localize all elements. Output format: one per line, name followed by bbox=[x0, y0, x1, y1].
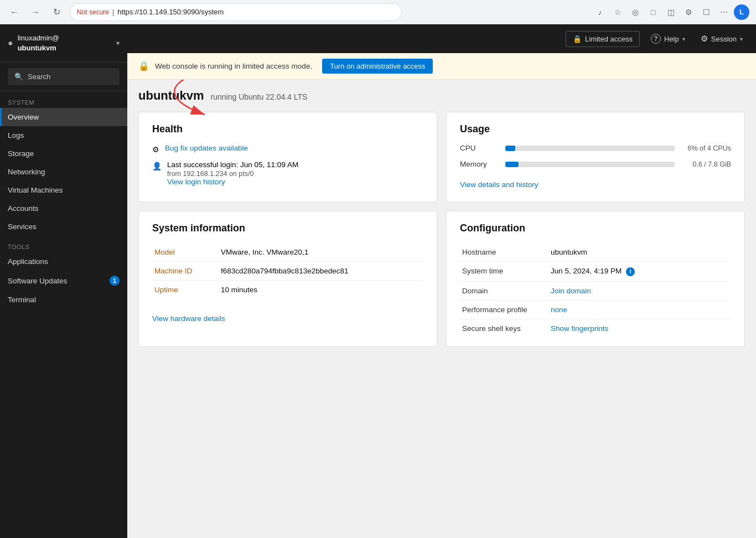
performance-profile-link[interactable]: none bbox=[551, 306, 567, 314]
favorites-button[interactable]: ☆ bbox=[610, 4, 625, 20]
sidebar-tools-section: Tools Applications Software Updates 1 Te… bbox=[0, 236, 127, 309]
more-tools-button[interactable]: ⋯ bbox=[716, 4, 732, 20]
memory-value: 0.6 / 7.8 GiB bbox=[681, 161, 731, 168]
sidebar-item-storage-label: Storage bbox=[8, 149, 34, 158]
table-row: Hostname ubuntukvm bbox=[460, 243, 731, 262]
screenshots-button[interactable]: ☐ bbox=[698, 4, 714, 20]
session-dropdown-icon: ▾ bbox=[740, 36, 743, 42]
table-row: System time Jun 5, 2024, 4:19 PM i bbox=[460, 262, 731, 282]
back-button[interactable]: ← bbox=[7, 4, 22, 20]
memory-label: Memory bbox=[460, 160, 499, 168]
sidebar-item-storage[interactable]: Storage bbox=[0, 144, 127, 163]
join-domain-link[interactable]: Join domain bbox=[551, 287, 591, 295]
ssh-keys-value: Show fingerprints bbox=[548, 319, 731, 338]
ssh-keys-label: Secure shell keys bbox=[460, 319, 548, 338]
user-icon-small: 👤 bbox=[152, 162, 162, 170]
session-label: Session bbox=[711, 35, 737, 43]
sidebar-item-overview[interactable]: Overview bbox=[0, 108, 127, 126]
tools-section-label: Tools bbox=[0, 236, 127, 252]
user-login: linuxadmin@ bbox=[18, 33, 59, 43]
user-menu[interactable]: ● linuxadmin@ ubuntukvm ▾ bbox=[0, 24, 127, 63]
sidebar-item-networking-label: Networking bbox=[8, 168, 45, 176]
performance-value: none bbox=[548, 300, 731, 319]
sidebar-item-terminal-label: Terminal bbox=[8, 296, 36, 304]
split-screen-button[interactable]: ◫ bbox=[663, 4, 679, 20]
session-button[interactable]: ⚙ Session ▾ bbox=[696, 30, 747, 47]
warning-message: Web console is running in limited access… bbox=[155, 62, 312, 70]
browser-extension-btn[interactable]: ◎ bbox=[628, 4, 643, 20]
sidebar-item-accounts[interactable]: Accounts bbox=[0, 199, 127, 218]
browser-extensions-btn[interactable]: ⚙ bbox=[681, 4, 696, 20]
reload-button[interactable]: ↻ bbox=[49, 4, 64, 20]
view-details-link[interactable]: View details and history bbox=[460, 180, 538, 189]
cpu-bar-container bbox=[505, 146, 675, 151]
machine-id-value: f683cd280a794fbba9c813e2bbedec81 bbox=[219, 262, 423, 281]
system-info-card: System information Model VMware, Inc. VM… bbox=[138, 211, 437, 347]
help-button[interactable]: ? Help ▾ bbox=[646, 30, 690, 47]
browser-profile[interactable]: L bbox=[734, 4, 749, 20]
sidebar-item-services-label: Services bbox=[8, 223, 37, 231]
hostname-value: ubuntukvm bbox=[548, 243, 731, 262]
health-title: Health bbox=[152, 123, 423, 135]
model-label: Model bbox=[152, 243, 219, 262]
page-content: ubuntukvm running Ubuntu 22.04.4 LTS Hea… bbox=[127, 80, 756, 538]
health-login: 👤 Last successful login: Jun 05, 11:09 A… bbox=[152, 161, 423, 186]
system-time-label: System time bbox=[460, 262, 548, 282]
table-row: Machine ID f683cd280a794fbba9c813e2bbede… bbox=[152, 262, 423, 281]
health-card: Health ⚙ Bug fix updates available 👤 Las… bbox=[138, 112, 437, 202]
not-secure-indicator: Not secure bbox=[77, 8, 109, 16]
read-aloud-button[interactable]: ♪ bbox=[592, 4, 608, 20]
gear-icon: ⚙ bbox=[701, 34, 708, 44]
sidebar-item-virtual-machines[interactable]: Virtual Machines bbox=[0, 181, 127, 199]
search-icon: 🔍 bbox=[14, 73, 23, 81]
url-text: https://10.1.149.150:9090/system bbox=[117, 8, 224, 16]
help-circle-icon: ? bbox=[651, 34, 661, 44]
uptime-label: Uptime bbox=[152, 281, 219, 299]
usage-card: Usage CPU 6% of 4 CPUs Memory 0.6 / 7 bbox=[446, 112, 745, 202]
table-row: Domain Join domain bbox=[460, 281, 731, 300]
cpu-label: CPU bbox=[460, 144, 499, 152]
search-button[interactable]: 🔍 Search bbox=[8, 68, 120, 85]
sidebar-item-logs-label: Logs bbox=[8, 131, 24, 139]
software-updates-badge: 1 bbox=[110, 276, 120, 286]
app-container: ● linuxadmin@ ubuntukvm ▾ 🔍 Search Syste… bbox=[0, 24, 756, 538]
help-dropdown-icon: ▾ bbox=[682, 36, 685, 42]
warning-banner: 🔒 Web console is running in limited acce… bbox=[127, 53, 756, 80]
system-time-info-icon[interactable]: i bbox=[626, 267, 635, 276]
sidebar-item-applications[interactable]: Applications bbox=[0, 252, 127, 271]
table-row: Performance profile none bbox=[460, 300, 731, 319]
sidebar-item-logs[interactable]: Logs bbox=[0, 126, 127, 144]
view-login-history-link[interactable]: View login history bbox=[167, 178, 225, 186]
address-bar[interactable]: Not secure | https://10.1.149.150:9090/s… bbox=[70, 3, 402, 21]
view-hardware-link[interactable]: View hardware details bbox=[152, 314, 225, 323]
admin-access-button[interactable]: Turn on administrative access bbox=[322, 59, 433, 74]
login-info: Last successful login: Jun 05, 11:09 AM … bbox=[167, 161, 298, 186]
system-section-label: System bbox=[0, 91, 127, 108]
bug-fix-link[interactable]: Bug fix updates available bbox=[165, 144, 248, 152]
sidebar-item-software-updates[interactable]: Software Updates 1 bbox=[0, 271, 127, 291]
search-label: Search bbox=[28, 73, 50, 81]
user-info: linuxadmin@ ubuntukvm bbox=[18, 33, 59, 53]
cpu-value: 6% of 4 CPUs bbox=[681, 144, 731, 152]
sidebar-item-applications-label: Applications bbox=[8, 257, 48, 266]
configuration-table: Hostname ubuntukvm System time Jun 5, 20… bbox=[460, 243, 731, 338]
warning-lock-icon: 🔒 bbox=[138, 61, 149, 71]
domain-value: Join domain bbox=[548, 281, 731, 300]
bug-icon: ⚙ bbox=[152, 145, 159, 154]
show-fingerprints-link[interactable]: Show fingerprints bbox=[551, 324, 608, 333]
health-bug-fix: ⚙ Bug fix updates available bbox=[152, 144, 423, 154]
limited-access-button[interactable]: 🔒 Limited access bbox=[566, 31, 640, 47]
system-info-title: System information bbox=[152, 223, 423, 234]
system-info-table: Model VMware, Inc. VMware20,1 Machine ID… bbox=[152, 243, 423, 299]
sidebar-item-terminal[interactable]: Terminal bbox=[0, 291, 127, 309]
separator: | bbox=[112, 8, 114, 16]
configuration-title: Configuration bbox=[460, 223, 731, 234]
sidebar: ● linuxadmin@ ubuntukvm ▾ 🔍 Search Syste… bbox=[0, 24, 127, 538]
top-bar: 🔒 Limited access ? Help ▾ ⚙ Session ▾ bbox=[127, 24, 756, 53]
sidebar-item-services[interactable]: Services bbox=[0, 218, 127, 236]
forward-button[interactable]: → bbox=[28, 4, 43, 20]
collections-button[interactable]: □ bbox=[645, 4, 661, 20]
uptime-value: 10 minutes bbox=[219, 281, 423, 299]
sidebar-item-networking[interactable]: Networking bbox=[0, 163, 127, 181]
memory-bar bbox=[505, 162, 519, 167]
